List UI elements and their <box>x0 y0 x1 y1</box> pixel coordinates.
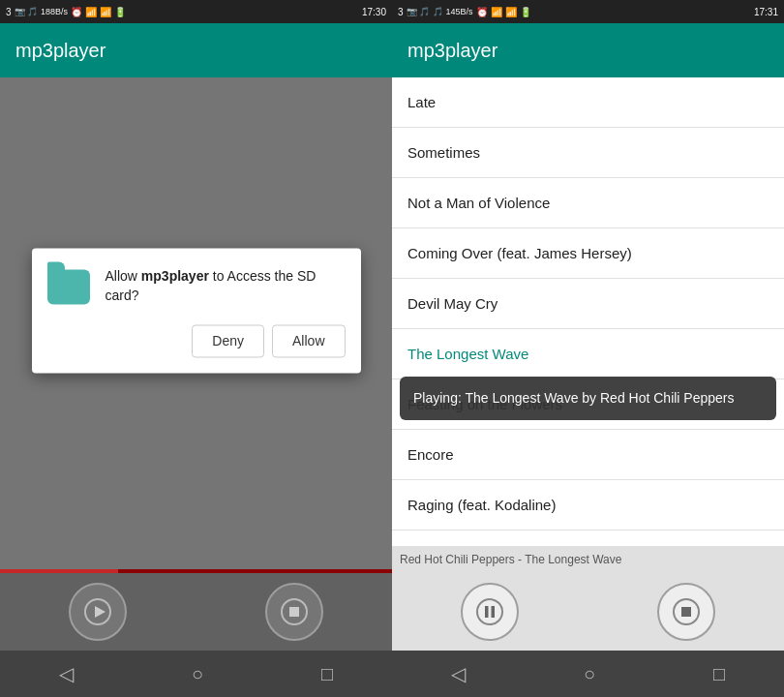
list-item[interactable]: Devil May Cry <box>392 279 784 329</box>
status-left-icons: 3 📷 🎵 188B/s ⏰ 📶 📶 🔋 <box>6 7 126 17</box>
play-icon-left <box>84 598 111 625</box>
svg-rect-3 <box>289 607 299 617</box>
app-icons-right: 📷 🎵 🎵 <box>407 7 443 16</box>
alarm-icon: ⏰ <box>71 7 82 17</box>
left-content: Allow mp3player to Access the SD card? D… <box>0 77 392 569</box>
nav-bar-left: ◁ ○ □ <box>0 651 392 697</box>
time-left: 17:30 <box>362 7 386 17</box>
dialog-text: Allow mp3player to Access the SD card? <box>106 267 346 305</box>
wifi-icon: 📶 <box>85 7 97 17</box>
now-playing-bar: Red Hot Chili Peppers - The Longest Wave <box>392 546 784 573</box>
list-item[interactable]: Not a Man of Violence <box>392 178 784 228</box>
song-list: Late Sometimes Not a Man of Violence Com… <box>392 77 784 546</box>
list-item[interactable]: Raging (feat. Kodaline) <box>392 480 784 530</box>
dialog-appname: mp3player <box>141 268 209 284</box>
status-right-icons: 3 📷 🎵 🎵 145B/s ⏰ 📶 📶 🔋 <box>398 7 531 17</box>
list-item-playing[interactable]: The Longest Wave <box>392 329 784 379</box>
left-panel: 3 📷 🎵 188B/s ⏰ 📶 📶 🔋 17:30 mp3player All… <box>0 0 392 697</box>
tooltip-text: Playing: The Longest Wave by Red Hot Chi… <box>413 390 735 406</box>
home-nav-left[interactable]: ○ <box>192 663 203 685</box>
stop-button-right[interactable] <box>657 583 715 641</box>
speed-left: 188B/s <box>41 7 68 16</box>
dialog-pre: Allow <box>106 268 141 284</box>
progress-bar-left <box>0 569 392 573</box>
nav-bar-right: ◁ ○ □ <box>392 651 784 697</box>
folder-icon <box>47 269 90 304</box>
speed-right: 145B/s <box>446 7 473 16</box>
sim-icon-right: 3 <box>398 7 404 17</box>
recents-nav-left[interactable]: □ <box>321 663 333 685</box>
battery-icon-left: 🔋 <box>114 7 126 17</box>
dialog-content: Allow mp3player to Access the SD card? <box>47 267 346 305</box>
deny-button[interactable]: Deny <box>192 325 264 358</box>
permission-dialog: Allow mp3player to Access the SD card? D… <box>32 248 361 373</box>
now-playing-tooltip: Playing: The Longest Wave by Red Hot Chi… <box>400 377 776 420</box>
app-bar-left: mp3player <box>0 23 392 77</box>
signal-icon: 📶 <box>100 7 111 17</box>
wifi-icon-right: 📶 <box>491 7 502 17</box>
signal-icon-right: 📶 <box>505 7 517 17</box>
app-title-left: mp3player <box>15 40 106 62</box>
dialog-buttons: Deny Allow <box>47 325 346 358</box>
stop-icon-right <box>673 598 700 625</box>
bottom-controls-right <box>392 573 784 651</box>
home-nav-right[interactable]: ○ <box>584 663 595 685</box>
back-nav-right[interactable]: ◁ <box>451 662 466 685</box>
app-title-right: mp3player <box>407 40 498 62</box>
svg-rect-8 <box>681 607 691 617</box>
status-bar-right: 3 📷 🎵 🎵 145B/s ⏰ 📶 📶 🔋 17:31 <box>392 0 784 23</box>
app-icons: 📷 🎵 <box>15 7 39 16</box>
status-bar-left: 3 📷 🎵 188B/s ⏰ 📶 📶 🔋 17:30 <box>0 0 392 23</box>
sim-icon: 3 <box>6 7 12 17</box>
alarm-icon-right: ⏰ <box>476 7 488 17</box>
svg-rect-6 <box>492 606 496 618</box>
bottom-controls-left <box>0 573 392 651</box>
stop-button-left[interactable] <box>265 583 323 641</box>
svg-rect-5 <box>485 606 489 618</box>
list-item[interactable]: Late <box>392 77 784 128</box>
pause-button-right[interactable] <box>461 583 519 641</box>
svg-point-4 <box>477 599 502 624</box>
recents-nav-right[interactable]: □ <box>713 663 725 685</box>
stop-icon-left <box>281 598 308 625</box>
svg-marker-1 <box>95 606 106 618</box>
now-playing-text: Red Hot Chili Peppers - The Longest Wave <box>400 553 621 566</box>
allow-button[interactable]: Allow <box>272 325 345 358</box>
list-item[interactable]: Sometimes <box>392 128 784 178</box>
play-button-left[interactable] <box>69 583 127 641</box>
app-bar-right: mp3player <box>392 23 784 77</box>
pause-icon-right <box>476 598 503 625</box>
back-nav-left[interactable]: ◁ <box>59 662 74 685</box>
list-item[interactable]: Coming Over (feat. James Hersey) <box>392 228 784 279</box>
list-item[interactable]: Encore <box>392 430 784 480</box>
time-right: 17:31 <box>754 7 778 17</box>
right-panel: 3 📷 🎵 🎵 145B/s ⏰ 📶 📶 🔋 17:31 mp3player L… <box>392 0 784 697</box>
battery-icon-right: 🔋 <box>520 7 531 17</box>
